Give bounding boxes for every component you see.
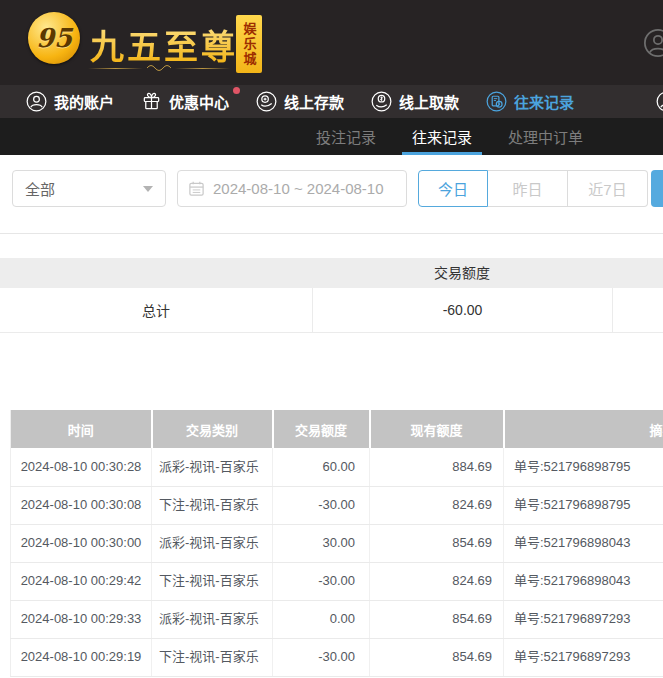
date-range-value: 2024-08-10 ~ 2024-08-10 (213, 180, 384, 197)
table-row: 2024-08-10 00:29:33派彩-视讯-百家乐0.00854.69单号… (11, 600, 663, 638)
table-cell: 单号:521796898795 (504, 486, 663, 524)
table-cell: 2024-08-10 00:29:19 (11, 638, 152, 676)
page: 95 九五至尊 娱乐城 我的账户 优惠中心 (0, 0, 663, 678)
summary-total-row: 总计 -60.00 (0, 288, 663, 333)
table-cell: 2024-08-10 00:30:28 (11, 448, 152, 486)
withdraw-icon (371, 91, 392, 112)
summary-header-row: 交易额度 (0, 258, 663, 288)
table-header-cell: 摘要 (504, 410, 663, 448)
records-table: 时间交易类别交易额度现有额度摘要 2024-08-10 00:30:28派彩-视… (10, 410, 663, 677)
brand-header: 95 九五至尊 娱乐城 (0, 0, 663, 85)
table-row: 2024-08-10 00:30:00派彩-视讯-百家乐30.00854.69单… (11, 524, 663, 562)
table-cell: 824.69 (370, 562, 504, 600)
records-icon (486, 91, 507, 112)
table-cell: 下注-视讯-百家乐 (152, 486, 273, 524)
table-cell: -30.00 (273, 638, 370, 676)
sub-nav: 投注记录 往来记录 处理中订单 (0, 118, 663, 155)
table-cell: 派彩-视讯-百家乐 (152, 448, 273, 486)
table-cell: 30.00 (273, 524, 370, 562)
table-cell: 824.69 (370, 486, 504, 524)
table-cell: 0.00 (273, 600, 370, 638)
table-header-cell: 现有额度 (370, 410, 504, 448)
date-range-input[interactable]: 2024-08-10 ~ 2024-08-10 (177, 170, 407, 207)
user-icon (26, 91, 47, 112)
table-cell: -30.00 (273, 562, 370, 600)
table-cell: 884.69 (370, 448, 504, 486)
table-cell: 2024-08-10 00:29:42 (11, 562, 152, 600)
profile-icon (656, 91, 663, 112)
table-cell: 854.69 (370, 600, 504, 638)
filter-bar: 全部 2024-08-10 ~ 2024-08-10 今日 昨日 近7日 (0, 155, 663, 234)
brand-logo-icon[interactable]: 95 (28, 12, 80, 64)
brand-subtitle-badge: 娱乐城 (236, 15, 262, 73)
table-cell: 单号:521796898043 (504, 524, 663, 562)
table-body: 2024-08-10 00:30:28派彩-视讯-百家乐60.00884.69单… (11, 448, 663, 676)
summary-total-value: -60.00 (312, 288, 612, 332)
flourish-ornament-icon (88, 63, 230, 73)
nav-item-withdraw[interactable]: 线上取款 (371, 91, 459, 112)
deposit-icon (256, 91, 277, 112)
quick-btn-last7days[interactable]: 近7日 (568, 170, 648, 207)
quick-btn-today[interactable]: 今日 (418, 170, 488, 207)
summary-table: 交易额度 总计 -60.00 (0, 258, 663, 333)
summary-total-label: 总计 (0, 288, 312, 332)
quick-date-group: 今日 昨日 近7日 (418, 170, 648, 233)
nav-item-promotions[interactable]: 优惠中心 (141, 91, 229, 112)
table-cell: 单号:521796898043 (504, 562, 663, 600)
logo-monogram: 95 (36, 23, 72, 53)
table-cell: 派彩-视讯-百家乐 (152, 600, 273, 638)
table-cell: 2024-08-10 00:29:33 (11, 600, 152, 638)
table-header-cell: 交易额度 (273, 410, 370, 448)
table-row: 2024-08-10 00:29:19下注-视讯-百家乐-30.00854.69… (11, 638, 663, 676)
calendar-icon (188, 180, 205, 197)
table-cell: 854.69 (370, 638, 504, 676)
nav-item-partial[interactable] (656, 91, 663, 112)
search-button[interactable] (651, 170, 663, 207)
main-nav: 我的账户 优惠中心 线上存款 线上取款 (0, 85, 663, 118)
nav-item-deposit[interactable]: 线上存款 (256, 91, 344, 112)
gift-icon (141, 91, 162, 112)
account-icon[interactable] (643, 28, 663, 58)
notification-dot (233, 87, 240, 94)
tab-transaction-records[interactable]: 往来记录 (412, 118, 472, 155)
table-header-cell: 交易类别 (152, 410, 273, 448)
table-header-row: 时间交易类别交易额度现有额度摘要 (11, 410, 663, 448)
table-cell: 2024-08-10 00:30:08 (11, 486, 152, 524)
table-cell: -30.00 (273, 486, 370, 524)
table-row: 2024-08-10 00:30:28派彩-视讯-百家乐60.00884.69单… (11, 448, 663, 486)
tab-bet-records[interactable]: 投注记录 (316, 118, 376, 155)
category-selected-value: 全部 (25, 178, 55, 199)
table-cell: 派彩-视讯-百家乐 (152, 524, 273, 562)
table-row: 2024-08-10 00:29:42下注-视讯-百家乐-30.00824.69… (11, 562, 663, 600)
category-select[interactable]: 全部 (12, 170, 166, 207)
table-cell: 单号:521796898795 (504, 448, 663, 486)
records-table-wrap: 时间交易类别交易额度现有额度摘要 2024-08-10 00:30:28派彩-视… (10, 410, 663, 677)
table-cell: 60.00 (273, 448, 370, 486)
summary-column-header: 交易额度 (312, 258, 612, 288)
summary-empty-cell (612, 288, 663, 332)
table-cell: 下注-视讯-百家乐 (152, 638, 273, 676)
table-header-cell: 时间 (11, 410, 152, 448)
table-cell: 854.69 (370, 524, 504, 562)
table-row: 2024-08-10 00:30:08下注-视讯-百家乐-30.00824.69… (11, 486, 663, 524)
quick-btn-yesterday[interactable]: 昨日 (488, 170, 568, 207)
table-cell: 2024-08-10 00:30:00 (11, 524, 152, 562)
table-cell: 单号:521796897293 (504, 638, 663, 676)
nav-item-transaction-records[interactable]: 往来记录 (486, 91, 574, 112)
brand-title: 九五至尊 (90, 20, 238, 69)
table-cell: 单号:521796897293 (504, 600, 663, 638)
table-cell: 下注-视讯-百家乐 (152, 562, 273, 600)
caret-down-icon (143, 186, 153, 192)
tab-pending-orders[interactable]: 处理中订单 (508, 118, 583, 155)
nav-item-my-account[interactable]: 我的账户 (26, 91, 114, 112)
